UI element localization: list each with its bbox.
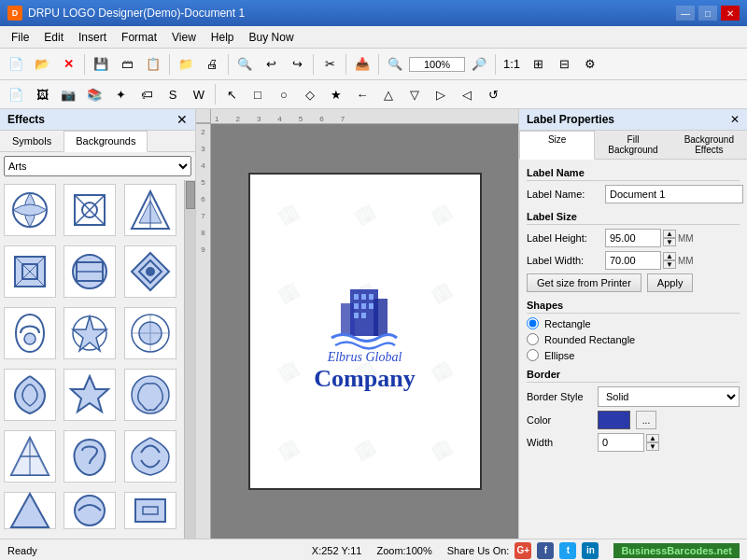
shape-rounded-radio[interactable] bbox=[527, 333, 539, 345]
tb2-cursor[interactable]: ↖ bbox=[219, 82, 244, 106]
tb2-word[interactable]: W bbox=[187, 82, 211, 106]
linkedin-share-icon[interactable]: in bbox=[582, 542, 599, 559]
menu-insert[interactable]: Insert bbox=[71, 29, 114, 46]
tb-save-all[interactable]: 🗃 bbox=[115, 52, 139, 77]
effect-item[interactable] bbox=[4, 245, 56, 298]
menu-format[interactable]: Format bbox=[114, 29, 164, 46]
tb-new[interactable]: 📄 bbox=[4, 52, 28, 77]
tb-find[interactable]: 🔍 bbox=[233, 52, 257, 77]
effect-item[interactable] bbox=[4, 369, 56, 421]
menu-buynow[interactable]: Buy Now bbox=[242, 29, 302, 46]
businessbarcodes-badge[interactable]: BusinessBarcodes.net bbox=[613, 543, 740, 558]
google-share-icon[interactable]: G+ bbox=[514, 542, 531, 559]
height-spin-up[interactable]: ▲ bbox=[663, 230, 676, 238]
tb-open[interactable]: 📂 bbox=[30, 52, 54, 77]
effect-item[interactable] bbox=[4, 430, 56, 483]
tb2-arrow-d[interactable]: ▽ bbox=[402, 82, 427, 106]
effects-scrollbar[interactable] bbox=[184, 180, 195, 539]
label-name-input[interactable] bbox=[605, 185, 743, 203]
effect-item[interactable] bbox=[124, 369, 176, 421]
twitter-share-icon[interactable]: t bbox=[559, 542, 576, 559]
get-size-from-printer-button[interactable]: Get size from Printer bbox=[527, 273, 641, 292]
tb2-fx[interactable]: ✦ bbox=[108, 82, 133, 106]
tb-save-as[interactable]: 📋 bbox=[141, 52, 165, 77]
height-input[interactable] bbox=[605, 229, 661, 247]
tb2-curve[interactable]: ↺ bbox=[481, 82, 505, 106]
effect-item[interactable] bbox=[63, 307, 116, 359]
border-width-input[interactable] bbox=[598, 433, 644, 452]
effect-item[interactable] bbox=[63, 184, 116, 236]
height-spin-down[interactable]: ▼ bbox=[663, 238, 676, 246]
tb-close-doc[interactable]: ✕ bbox=[56, 52, 80, 77]
tb2-new[interactable]: 📄 bbox=[4, 82, 28, 106]
width-input[interactable] bbox=[605, 251, 661, 270]
tb2-star[interactable]: ★ bbox=[324, 82, 348, 106]
tb2-triangle[interactable]: △ bbox=[376, 82, 401, 106]
effect-item[interactable] bbox=[4, 307, 56, 359]
effect-item[interactable] bbox=[124, 492, 176, 529]
tb2-cam[interactable]: 📷 bbox=[56, 82, 80, 106]
effect-item[interactable] bbox=[124, 430, 176, 483]
tab-fill-background[interactable]: Fill Background bbox=[595, 131, 670, 159]
border-color-swatch[interactable] bbox=[598, 411, 630, 429]
effect-item[interactable] bbox=[63, 430, 116, 483]
effects-panel-close[interactable]: ✕ bbox=[176, 113, 188, 126]
border-color-picker-button[interactable]: ... bbox=[636, 411, 656, 429]
menu-edit[interactable]: Edit bbox=[36, 29, 71, 46]
menu-view[interactable]: View bbox=[164, 29, 204, 46]
tb-grid2[interactable]: ⊟ bbox=[552, 52, 576, 77]
effect-item[interactable] bbox=[63, 245, 116, 298]
building-svg bbox=[322, 271, 406, 357]
effect-item[interactable] bbox=[63, 492, 116, 529]
tb-grid[interactable]: ⊞ bbox=[526, 52, 550, 77]
tb-zoom-out[interactable]: 🔎 bbox=[467, 52, 491, 77]
tab-symbols[interactable]: Symbols bbox=[0, 131, 63, 151]
menu-help[interactable]: Help bbox=[204, 29, 242, 46]
tb-import[interactable]: 📥 bbox=[350, 52, 374, 77]
width-spin-up[interactable]: ▲ bbox=[663, 252, 676, 260]
tb2-arrow-l[interactable]: ← bbox=[350, 82, 374, 106]
shape-rectangle-radio[interactable] bbox=[527, 317, 539, 329]
shape-ellipse-radio[interactable] bbox=[527, 349, 539, 361]
minimize-button[interactable]: — bbox=[676, 6, 695, 21]
tb-redo[interactable]: ↪ bbox=[285, 52, 309, 77]
maximize-button[interactable]: □ bbox=[698, 6, 717, 21]
tb2-layers[interactable]: 📚 bbox=[82, 82, 106, 106]
tb2-img[interactable]: 🖼 bbox=[30, 82, 54, 106]
tb2-badge[interactable]: 🏷 bbox=[134, 82, 159, 106]
tb-actual-size[interactable]: 1:1 bbox=[500, 52, 524, 77]
tab-backgrounds[interactable]: Backgrounds bbox=[63, 131, 148, 152]
effects-category-select[interactable]: Arts Nature Abstract bbox=[4, 156, 191, 176]
border-width-spin-down[interactable]: ▼ bbox=[646, 442, 659, 451]
width-spin-down[interactable]: ▼ bbox=[663, 260, 676, 269]
tb-save[interactable]: 💾 bbox=[89, 52, 113, 77]
facebook-share-icon[interactable]: f bbox=[537, 542, 554, 559]
effect-item[interactable] bbox=[63, 369, 116, 421]
tb2-arrow-lb[interactable]: ◁ bbox=[455, 82, 479, 106]
zoom-display[interactable]: 100% bbox=[409, 57, 465, 72]
effect-item[interactable] bbox=[124, 184, 176, 236]
tb2-diamond[interactable]: ◇ bbox=[298, 82, 322, 106]
effect-item[interactable] bbox=[124, 245, 176, 298]
tb-undo[interactable]: ↩ bbox=[259, 52, 283, 77]
effect-item[interactable] bbox=[124, 307, 176, 359]
tb-cut[interactable]: ✂ bbox=[317, 52, 342, 77]
menu-file[interactable]: File bbox=[4, 29, 36, 46]
effect-item[interactable] bbox=[4, 184, 56, 236]
tb2-text[interactable]: S bbox=[161, 82, 185, 106]
tb-zoom-in[interactable]: 🔍 bbox=[383, 52, 407, 77]
tb-settings[interactable]: ⚙ bbox=[578, 52, 602, 77]
tab-background-effects[interactable]: Background Effects bbox=[671, 131, 747, 159]
tb2-circle[interactable]: ○ bbox=[272, 82, 296, 106]
effect-item[interactable] bbox=[4, 492, 56, 529]
close-button[interactable]: ✕ bbox=[721, 6, 740, 21]
tb2-rect[interactable]: □ bbox=[246, 82, 270, 106]
apply-button[interactable]: Apply bbox=[647, 273, 694, 292]
tb2-arrow-r[interactable]: ▷ bbox=[429, 82, 453, 106]
border-style-select[interactable]: Solid Dashed Dotted None bbox=[598, 386, 740, 407]
tb-open2[interactable]: 📁 bbox=[174, 52, 198, 77]
border-width-spin-up[interactable]: ▲ bbox=[646, 434, 659, 442]
label-properties-close[interactable]: ✕ bbox=[730, 113, 740, 126]
tb-print-preview[interactable]: 🖨 bbox=[200, 52, 224, 77]
tab-size[interactable]: Size bbox=[519, 131, 595, 160]
